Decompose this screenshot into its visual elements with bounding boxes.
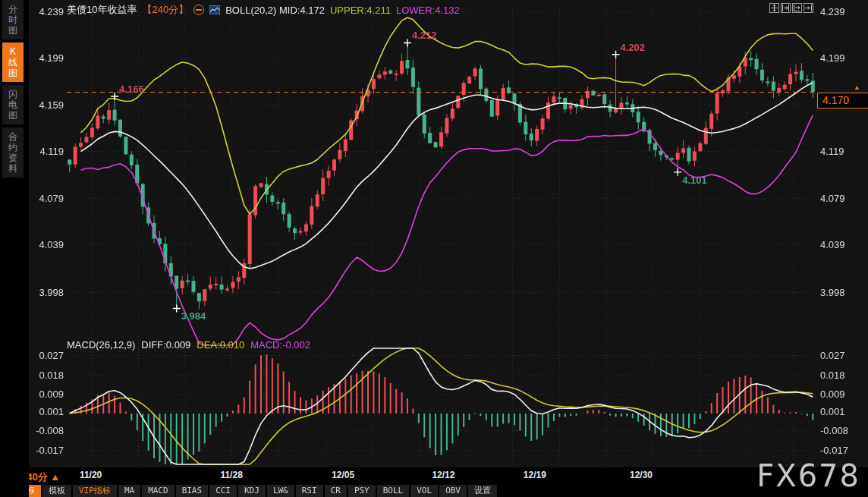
macd-axis-label-right: 0.027 [820, 350, 854, 361]
timeframe-label[interactable]: 【240分】 [142, 3, 188, 17]
collapse-indicator-icon[interactable] [193, 5, 204, 15]
last-price-box: 4.170 [817, 93, 868, 109]
toolbar-item-12[interactable]: BOLL [377, 485, 410, 497]
price-axis-label-left: 4.039 [30, 239, 64, 250]
price-axis-label-left: 4.199 [30, 52, 64, 64]
toolbar-item-2[interactable]: VIP指标 [73, 485, 117, 497]
price-axis-label-right: 4.039 [820, 239, 854, 250]
price-axis-label-right: 4.239 [820, 6, 854, 17]
move-chart-icon[interactable] [769, 3, 779, 13]
macd-axis-label-left: -0.017 [30, 445, 64, 456]
x-axis-tick-5: 12/30 [630, 470, 653, 480]
price-annotation-4.101: 4.101 [682, 175, 707, 186]
symbol-title: 美债10年收益率 [67, 3, 137, 17]
price-annotation-4.212: 4.212 [412, 30, 437, 41]
macd-axis-label-right: 0.009 [820, 388, 854, 400]
price-annotation-3.984: 3.984 [181, 310, 206, 322]
sidebar-tab-2[interactable]: 闪电图 [2, 85, 24, 124]
toolbar-item-3[interactable]: MA [118, 485, 140, 497]
toolbar-item-7[interactable]: KDJ [238, 485, 266, 497]
x-axis-tick-2: 12/05 [332, 470, 354, 480]
fit-x-axis-icon[interactable] [781, 3, 791, 13]
toolbar-item-10[interactable]: CR [325, 485, 347, 497]
x-axis-tick-3: 12/12 [432, 470, 454, 480]
toolbar-item-14[interactable]: OBV [439, 485, 467, 497]
macd-axis-label-left: 0.027 [30, 350, 64, 361]
scroll-right-icon[interactable] [792, 3, 802, 13]
price-axis-label-left: 4.119 [30, 146, 64, 157]
sidebar-tab-1[interactable]: K线图 [2, 42, 24, 82]
x-axis-tick-0: 11/20 [80, 470, 102, 480]
x-axis-tick-1: 11/28 [220, 470, 242, 480]
macd-params-label: MACD(26,12,9) [67, 339, 135, 351]
toolbar-item-11[interactable]: PSY [348, 485, 376, 497]
macd-dea-value: DEA:0.010 [197, 339, 244, 351]
chart-window-controls [769, 3, 813, 13]
chart-header: 美债10年收益率 【240分】 BOLL(20,2) MID:4.172 UPP… [67, 4, 460, 16]
price-annotation-4.202: 4.202 [621, 42, 646, 53]
indicator-toolbar: 指标模板VIP指标MAMACDBIASCCIKDJLW&RSICRPSYBOLL… [12, 485, 497, 497]
macd-axis-label-right: 0.018 [820, 370, 854, 381]
toolbar-item-13[interactable]: VOL [410, 485, 438, 497]
chart-type-sidebar: 分时图K线图闪电图合约资料 [0, 0, 29, 497]
macd-axis-label-left: 0.009 [30, 388, 64, 400]
toolbar-item-1[interactable]: 模板 [42, 485, 71, 497]
toolbar-item-6[interactable]: CCI [209, 485, 237, 497]
boll-mid-value: BOLL(20,2) MID:4.172 [225, 5, 325, 16]
sidebar-tab-3[interactable]: 合约资料 [2, 127, 24, 178]
price-axis-label-right: 4.119 [820, 146, 854, 157]
macd-axis-label-left: 0.001 [30, 406, 64, 417]
price-axis-label-right: 3.998 [820, 287, 854, 298]
price-axis-label-left: 4.159 [30, 99, 64, 111]
macd-axis-label-right: 0.001 [820, 406, 854, 417]
macd-axis-label-left: 0.018 [30, 370, 64, 381]
boll-upper-value: UPPER:4.211 [330, 5, 391, 16]
toolbar-item-8[interactable]: LW& [267, 485, 294, 497]
sidebar-tab-0[interactable]: 分时图 [2, 0, 24, 39]
macd-axis-label-right: -0.008 [820, 425, 854, 436]
price-axis-label-left: 4.079 [30, 193, 64, 204]
price-axis-label-right: 4.079 [820, 193, 854, 204]
price-annotation-4.166: 4.166 [119, 83, 144, 95]
macd-header: MACD(26,12,9) DIFF:0.009 DEA:0.010 MACD:… [67, 339, 310, 351]
chart-canvas[interactable] [0, 0, 868, 497]
toolbar-item-9[interactable]: RSI [296, 485, 323, 497]
price-axis-label-right: 4.199 [820, 52, 854, 64]
x-axis-tick-4: 12/19 [524, 470, 546, 480]
boll-lower-value: LOWER:4.132 [396, 5, 460, 16]
macd-axis-label-right: -0.017 [820, 445, 854, 456]
toolbar-item-5[interactable]: BIAS [176, 485, 209, 497]
watermark: FX678 [756, 458, 860, 493]
toolbar-item-4[interactable]: MACD [142, 485, 175, 497]
macd-diff-value: DIFF:0.009 [141, 339, 190, 351]
mini-chart-icon[interactable] [209, 5, 220, 14]
toolbar-item-15[interactable]: 设置 [468, 485, 497, 497]
charting-app: 分时图K线图闪电图合约资料 美债10年收益率 【240分】 BOLL(20,2)… [0, 0, 868, 497]
macd-hist-value: MACD:-0.002 [250, 339, 310, 351]
go-to-latest-icon[interactable] [804, 3, 813, 13]
time-axis-row: 240分 ▲ 11/2011/2812/0512/1212/1912/30 [0, 467, 868, 485]
price-axis-label-left: 4.239 [30, 6, 64, 17]
macd-axis-label-left: -0.008 [30, 425, 64, 436]
price-axis-label-left: 3.998 [30, 287, 64, 298]
last-price-arrow-icon: ▲ [854, 83, 860, 91]
